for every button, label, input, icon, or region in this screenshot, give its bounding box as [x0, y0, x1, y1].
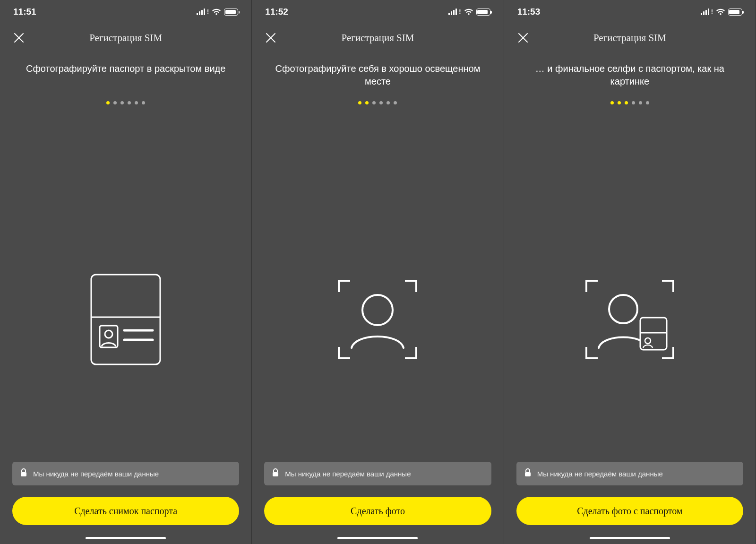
footer: Мы никуда не передаём ваши данные Сделат… [252, 462, 503, 544]
home-indicator[interactable] [86, 537, 166, 539]
instruction-text: … и финальное селфи с паспортом, как на … [504, 52, 756, 97]
instruction-text: Сфотографируйте себя в хорошо освещенном… [252, 52, 503, 97]
nav-bar: Регистрация SIM [504, 24, 756, 52]
status-right: ! [197, 9, 238, 16]
svg-rect-0 [91, 275, 160, 364]
step-dot [610, 101, 614, 104]
screen-2: 11:52 ! Регистрация SIM Сфотографируйте … [252, 0, 504, 544]
step-dot [618, 101, 621, 104]
page-title: Регистрация SIM [504, 32, 756, 44]
close-button[interactable] [515, 30, 531, 45]
lock-icon [20, 468, 27, 479]
status-right: ! [701, 9, 742, 16]
close-button[interactable] [263, 30, 278, 45]
cellular-icon: ! [701, 9, 713, 15]
step-dot [142, 101, 145, 104]
step-dot [387, 101, 390, 104]
footer: Мы никуда не передаём ваши данные Сделат… [504, 462, 756, 544]
status-bar: 11:51 ! [0, 0, 251, 24]
lock-icon [524, 468, 532, 479]
wifi-icon [212, 9, 221, 16]
step-dot [113, 101, 117, 104]
instruction-text: Сфотографируйте паспорт в раскрытом виде [0, 52, 251, 97]
privacy-text: Мы никуда не передаём ваши данные [537, 470, 663, 478]
step-dot [106, 101, 110, 104]
take-photo-with-passport-button[interactable]: Сделать фото с паспортом [516, 497, 743, 525]
step-dot [128, 101, 131, 104]
page-title: Регистрация SIM [252, 32, 503, 44]
close-button[interactable] [11, 30, 26, 45]
status-time: 11:51 [13, 7, 36, 17]
svg-rect-13 [525, 472, 531, 476]
cellular-icon: ! [448, 9, 461, 15]
step-dot [372, 101, 376, 104]
svg-point-9 [609, 295, 637, 323]
battery-icon [224, 9, 238, 16]
wifi-icon [464, 9, 473, 16]
svg-rect-6 [21, 472, 26, 476]
wifi-icon [716, 9, 725, 16]
step-dots [504, 101, 756, 104]
home-indicator[interactable] [337, 537, 418, 539]
nav-bar: Регистрация SIM [252, 24, 503, 52]
step-dot [379, 101, 383, 104]
svg-point-7 [362, 295, 393, 325]
home-indicator[interactable] [590, 537, 670, 539]
step-dot [646, 101, 649, 104]
lock-icon [272, 468, 279, 479]
screen-1: 11:51 ! Регистрация SIM Сфотографируйте … [0, 0, 252, 544]
step-dot [358, 101, 361, 104]
close-icon [265, 32, 276, 43]
privacy-note: Мы никуда не передаём ваши данные [516, 462, 743, 485]
status-time: 11:53 [517, 7, 541, 17]
take-passport-photo-button[interactable]: Сделать снимок паспорта [12, 497, 239, 525]
step-dots [0, 101, 251, 104]
close-icon [517, 32, 529, 43]
step-dot [394, 101, 397, 104]
step-dot [135, 101, 138, 104]
step-dots [252, 101, 503, 104]
close-icon [13, 32, 25, 43]
page-title: Регистрация SIM [0, 32, 251, 44]
privacy-text: Мы никуда не передаём ваши данные [33, 470, 159, 478]
privacy-note: Мы никуда не передаём ваши данные [12, 462, 239, 485]
step-dot [120, 101, 124, 104]
footer: Мы никуда не передаём ваши данные Сделат… [0, 462, 251, 544]
battery-icon [476, 9, 490, 16]
svg-rect-8 [273, 472, 278, 476]
status-bar: 11:53 ! [504, 0, 756, 24]
privacy-text: Мы никуда не передаём ваши данные [285, 470, 411, 478]
take-photo-button[interactable]: Сделать фото [264, 497, 491, 525]
status-bar: 11:52 ! [252, 0, 503, 24]
privacy-note: Мы никуда не передаём ваши данные [264, 462, 491, 485]
screen-3: 11:53 ! Регистрация SIM … и финальное се… [504, 0, 756, 544]
svg-point-3 [105, 330, 112, 338]
nav-bar: Регистрация SIM [0, 24, 251, 52]
step-dot [632, 101, 635, 104]
svg-rect-10 [640, 318, 667, 350]
cellular-icon: ! [197, 9, 209, 15]
step-dot [625, 101, 628, 104]
status-right: ! [448, 9, 490, 16]
status-time: 11:52 [265, 7, 288, 17]
step-dot [639, 101, 642, 104]
battery-icon [728, 9, 742, 16]
step-dot [365, 101, 369, 104]
